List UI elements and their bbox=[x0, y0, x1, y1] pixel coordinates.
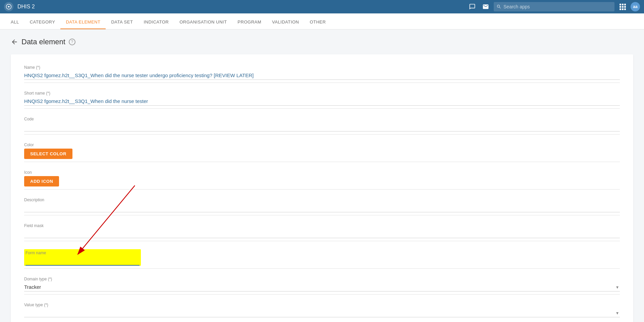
name-field: Name (*) HNQIS2 fgomez.h2t__S3Q1_When di… bbox=[24, 65, 620, 83]
top-nav-icons: aa bbox=[467, 1, 640, 12]
name-label: Name (*) bbox=[24, 65, 620, 70]
page-header: Data element ? bbox=[11, 38, 633, 46]
top-navigation: DHIS 2 aa bbox=[0, 0, 644, 13]
name-value: HNQIS2 fgomez.h2t__S3Q1_When did the nur… bbox=[24, 71, 620, 80]
code-input[interactable]: HNQIS2 fgomez.h2t__S3Q1 bbox=[24, 123, 620, 131]
value-type-select[interactable] bbox=[24, 309, 620, 317]
color-field: Color SELECT COLOR bbox=[24, 143, 620, 162]
code-field: Code HNQIS2 fgomez.h2t__S3Q1 bbox=[24, 117, 620, 135]
nav-indicator[interactable]: INDICATOR bbox=[138, 19, 174, 30]
field-mask-field: Field mask bbox=[24, 223, 620, 241]
dhis2-logo[interactable] bbox=[4, 2, 13, 11]
icon-label: Icon bbox=[24, 170, 620, 175]
field-mask-label: Field mask bbox=[24, 223, 620, 228]
description-label: Description bbox=[24, 198, 620, 202]
value-type-field: Value type (*) bbox=[24, 303, 620, 317]
short-name-label: Short name (*) bbox=[24, 91, 620, 96]
short-name-field: Short name (*) HNQIS2 fgomez.h2t__S3Q1_W… bbox=[24, 91, 620, 109]
help-icon[interactable]: ? bbox=[69, 39, 75, 45]
color-label: Color bbox=[24, 143, 620, 147]
page-content: Data element ? Name (*) HNQIS2 fgomez.h2… bbox=[0, 30, 644, 322]
nav-organisation-unit[interactable]: ORGANISATION UNIT bbox=[174, 19, 232, 30]
code-label: Code bbox=[24, 117, 620, 121]
apps-grid bbox=[620, 4, 626, 10]
form-card: Name (*) HNQIS2 fgomez.h2t__S3Q1_When di… bbox=[11, 54, 633, 322]
description-field: Description bbox=[24, 198, 620, 215]
domain-type-select[interactable]: Tracker Aggregate bbox=[24, 283, 620, 291]
search-bar[interactable] bbox=[494, 2, 614, 11]
user-avatar[interactable]: aa bbox=[631, 2, 640, 11]
domain-type-label: Domain type (*) bbox=[24, 277, 620, 281]
svg-line-2 bbox=[78, 185, 135, 254]
page-title: Data element bbox=[21, 38, 65, 46]
search-input[interactable] bbox=[503, 4, 612, 9]
app-title: DHIS 2 bbox=[17, 4, 35, 10]
nav-validation[interactable]: VALIDATION bbox=[267, 19, 304, 30]
search-icon bbox=[496, 4, 501, 9]
messages-icon[interactable] bbox=[467, 1, 478, 12]
description-input[interactable] bbox=[24, 204, 620, 212]
nav-other[interactable]: OTHER bbox=[304, 19, 331, 30]
add-icon-button[interactable]: ADD ICON bbox=[24, 176, 59, 186]
logo-icon bbox=[6, 4, 12, 10]
category-navigation: ALL CATEGORY DATA ELEMENT DATA SET INDIC… bbox=[0, 13, 644, 30]
form-section: Name (*) HNQIS2 fgomez.h2t__S3Q1_When di… bbox=[24, 65, 620, 317]
form-name-label: Form name bbox=[25, 251, 140, 255]
nav-program[interactable]: PROGRAM bbox=[232, 19, 267, 30]
grid-menu-icon[interactable] bbox=[617, 1, 628, 12]
value-type-label: Value type (*) bbox=[24, 303, 620, 307]
value-type-wrapper bbox=[24, 309, 620, 317]
nav-data-element[interactable]: DATA ELEMENT bbox=[60, 19, 106, 30]
nav-category[interactable]: CATEGORY bbox=[24, 19, 61, 30]
icon-field: Icon ADD ICON bbox=[24, 170, 620, 190]
nav-data-set[interactable]: DATA SET bbox=[106, 19, 138, 30]
field-mask-input[interactable] bbox=[24, 229, 620, 238]
domain-type-wrapper: Tracker Aggregate bbox=[24, 283, 620, 291]
form-name-input[interactable]: When did the nurse tester undergo profic… bbox=[25, 257, 140, 266]
back-button[interactable] bbox=[11, 38, 18, 46]
domain-type-field: Domain type (*) Tracker Aggregate bbox=[24, 277, 620, 294]
form-name-field: Form name When did the nurse tester unde… bbox=[24, 249, 620, 269]
nav-all[interactable]: ALL bbox=[5, 19, 24, 30]
email-icon[interactable] bbox=[480, 1, 491, 12]
short-name-value: HNQIS2 fgomez.h2t__S3Q1_When did the nur… bbox=[24, 97, 620, 106]
select-color-button[interactable]: SELECT COLOR bbox=[24, 149, 72, 159]
